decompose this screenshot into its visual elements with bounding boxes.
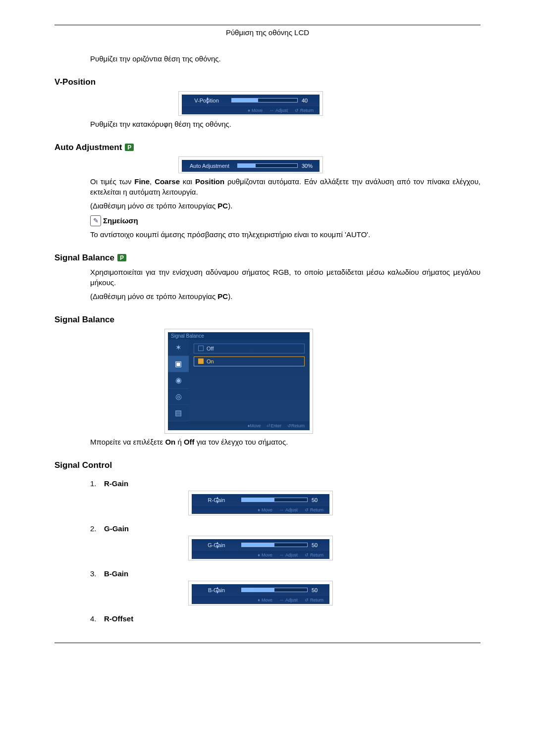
sb-option-on-label: On — [207, 358, 214, 364]
arrow-up-icon: ▲ — [206, 96, 210, 101]
sb-main: Off On — [189, 340, 310, 421]
osd-value: 30% — [302, 163, 316, 169]
osd-footer: ♦Move ↔Adjust ↺Return — [192, 596, 329, 604]
move-icon: ♦ — [248, 108, 250, 113]
osd-row: ▲ V-Position ▼ 40 — [182, 95, 320, 106]
osd-label: ▲ B-Gain ▼ — [196, 587, 237, 593]
sb-sidebar: ✶ ▣ ◉ ◎ ▤ — [168, 340, 189, 421]
sigbal1-para1: Χρησιμοποιείται για την ενίσχυση αδύναμο… — [90, 267, 481, 289]
return-icon: ↺ — [305, 598, 309, 603]
sb-footer: ♦Move ⏎Enter ↺Return — [168, 421, 310, 430]
t-bold: Coarse — [155, 177, 180, 186]
foot-adjust: Adjust — [285, 598, 298, 603]
foot-adjust: Adjust — [275, 108, 288, 113]
page-title: Ρύθμιση της οθόνης LCD — [54, 28, 481, 37]
osd-signal-balance-menu: Signal Balance ✶ ▣ ◉ ◎ ▤ Off On ♦ — [164, 329, 313, 434]
sb-side-icon-5: ▤ — [168, 405, 189, 421]
t: ή — [175, 438, 184, 446]
foot-move: Move — [262, 507, 272, 512]
signal-control-item: 1. R-Gain — [90, 479, 481, 488]
heading-signal-balance-2: Signal Balance — [54, 315, 481, 325]
note-icon: ✎ — [90, 215, 101, 226]
sb-side-icon-3: ◉ — [168, 372, 189, 389]
sc-name: R-Gain — [104, 479, 144, 488]
heading-auto-adjustment-label: Auto Adjustment — [54, 143, 122, 152]
auto-adj-para3: Το αντίστοιχο κουμπί άμεσης πρόσβασης στ… — [90, 229, 481, 240]
sb-body: ✶ ▣ ◉ ◎ ▤ Off On — [168, 340, 310, 421]
signal-control-item: 4. R-Offset — [90, 614, 481, 623]
move-icon: ♦ — [258, 598, 260, 603]
checkbox-icon — [198, 346, 204, 351]
sb-menu-title: Signal Balance — [168, 332, 310, 340]
sb-side-icon-4: ◎ — [168, 389, 189, 405]
t: Μπορείτε να επιλέξετε — [90, 438, 165, 446]
foot-adjust: Adjust — [285, 553, 298, 557]
sc-num: 3. — [90, 569, 104, 578]
sb-option-off-label: Off — [207, 346, 214, 352]
adjust-icon: ↔ — [269, 108, 274, 113]
return-icon: ↺ — [287, 423, 291, 428]
heading-v-position: V-Position — [54, 77, 481, 87]
osd-bar — [241, 543, 308, 547]
adjust-icon: ↔ — [279, 507, 284, 512]
checkbox-checked-icon — [198, 358, 204, 364]
sc-name: G-Gain — [104, 524, 144, 533]
t-bold: Position — [195, 177, 224, 186]
t: Οι τιμές των — [90, 177, 134, 186]
osd-label: Auto Adjustment — [186, 163, 233, 169]
heading-auto-adjustment: Auto Adjustment P — [54, 143, 481, 152]
heading-signal-balance-2-label: Signal Balance — [54, 315, 114, 325]
osd-value: 50 — [312, 542, 325, 548]
foot-move: Move — [252, 108, 263, 113]
sc-num: 4. — [90, 614, 104, 623]
osd-row: ▲ B-Gain ▼ 50 — [192, 584, 329, 596]
foot-move: Move — [262, 598, 272, 603]
sb-foot-move: Move — [250, 423, 261, 428]
sb-side-icon-2: ▣ — [168, 356, 189, 372]
arrow-down-icon: ▼ — [215, 545, 219, 550]
heading-v-position-label: V-Position — [54, 77, 96, 87]
t: για τον έλεγχο του σήματος. — [195, 438, 288, 446]
auto-adj-para1: Οι τιμές των Fine, Coarse και Position ρ… — [90, 176, 481, 198]
osd-row: ▲ G-Gain ▼ 50 — [192, 539, 329, 551]
sb-side-icon-1: ✶ — [168, 340, 189, 356]
intro-text: Ρυθμίζει την οριζόντια θέση της οθόνης. — [90, 53, 481, 64]
t: ). — [228, 202, 232, 210]
auto-adj-para2: (Διαθέσιμη μόνο σε τρόπο λειτουργίας PC)… — [90, 201, 481, 211]
sb-foot-return: Return — [291, 423, 305, 428]
osd-value: 40 — [302, 98, 316, 103]
osd-row: Auto Adjustment 30% — [182, 160, 320, 172]
v-position-desc: Ρυθμίζει την κατακόρυφη θέση της οθόνης. — [90, 119, 481, 130]
t: , — [150, 177, 155, 186]
osd-r-gain: ▲ R-Gain ▼ 50 ♦Move ↔Adjust ↺Return — [188, 491, 333, 515]
osd-fill — [242, 498, 274, 502]
t: (Διαθέσιμη μόνο σε τρόπο λειτουργίας — [90, 202, 217, 210]
heading-signal-control-label: Signal Control — [54, 460, 112, 470]
t: (Διαθέσιμη μόνο σε τρόπο λειτουργίας — [90, 292, 217, 301]
t-bold: PC — [217, 292, 228, 301]
osd-fill — [232, 99, 258, 102]
osd-bar — [231, 98, 298, 102]
osd-label: ▲ G-Gain ▼ — [196, 542, 237, 548]
note-line: ✎ Σημείωση — [90, 215, 481, 226]
sigbal2-desc: Μπορείτε να επιλέξετε On ή Off για τον έ… — [90, 437, 481, 448]
rule-bottom — [54, 643, 481, 643]
osd-fill — [242, 543, 274, 547]
osd-bar — [237, 163, 298, 168]
osd-footer: ♦Move ↔Adjust ↺Return — [192, 551, 329, 559]
arrow-down-icon: ▼ — [215, 590, 219, 595]
osd-bar — [241, 498, 308, 502]
move-icon: ♦ — [258, 507, 260, 512]
t: ). — [228, 292, 232, 301]
osd-value: 50 — [312, 497, 325, 503]
heading-signal-balance-1: Signal Balance P — [54, 253, 481, 263]
osd-v-position: ▲ V-Position ▼ 40 ♦Move ↔Adjust ↺Return — [178, 91, 323, 116]
t-bold: PC — [217, 202, 228, 210]
return-icon: ↺ — [305, 553, 309, 557]
arrow-up-icon: ▲ — [215, 541, 219, 545]
osd-bar — [241, 588, 308, 592]
arrow-up-icon: ▲ — [215, 586, 219, 590]
signal-control-item: 3. B-Gain — [90, 569, 481, 578]
rule-top — [54, 25, 481, 25]
osd-fill — [242, 588, 274, 592]
